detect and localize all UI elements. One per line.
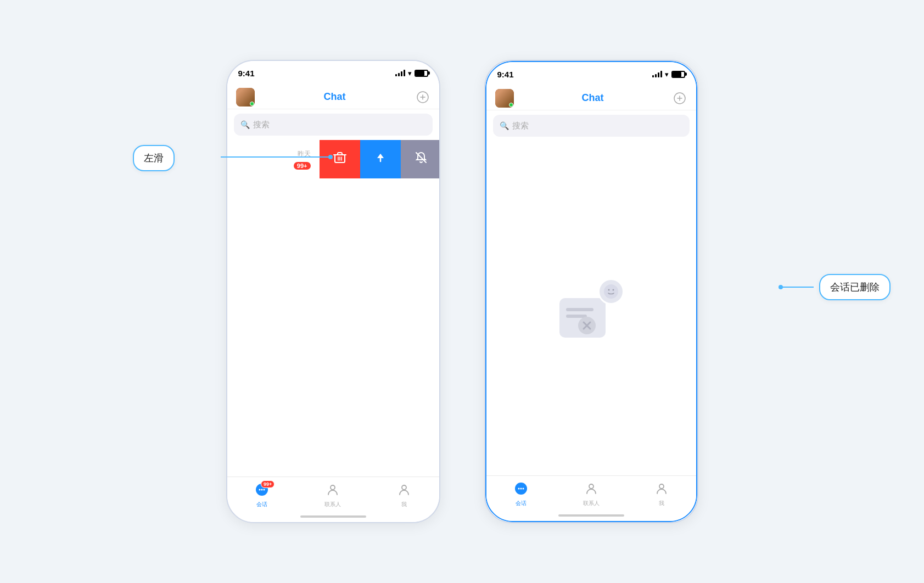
tab-chat-label-right: 会话 <box>516 500 527 507</box>
me-tab-icon-left <box>397 483 411 497</box>
top-nav-left: Chat <box>227 85 439 109</box>
phone-left-wrapper: 9:41 ▾ <box>226 60 440 523</box>
pin-top-icon <box>373 150 388 168</box>
chat-doc-icon <box>558 297 607 339</box>
me-tab-icon-right <box>654 481 669 496</box>
status-icons-right: ▾ <box>652 70 685 79</box>
svg-point-19 <box>518 488 519 490</box>
search-icon-right: 🔍 <box>500 121 509 130</box>
avatar-left[interactable] <box>236 88 255 106</box>
trash-icon <box>333 150 347 168</box>
home-indicator-left <box>300 515 366 518</box>
tab-me-icon-wrap-left <box>397 483 411 499</box>
status-bar-right: 9:41 ▾ <box>486 62 696 86</box>
deleted-icon-group <box>558 278 624 339</box>
online-dot-left <box>250 102 254 106</box>
tab-contacts-label-right: 联系人 <box>583 500 600 507</box>
chat-tab-icon-right <box>514 481 528 496</box>
avatar-right[interactable] <box>495 89 514 108</box>
chat-row-swiped: 昨天 99+ <box>227 140 439 178</box>
svg-point-3 <box>259 489 261 491</box>
tab-chat-left[interactable]: 99+ 会话 <box>255 483 269 508</box>
tab-contacts-right[interactable]: 联系人 <box>583 481 600 507</box>
svg-point-22 <box>589 484 593 489</box>
home-indicator-right <box>558 514 624 517</box>
deleted-callout-line <box>781 286 825 288</box>
tab-me-label-right: 我 <box>659 500 664 507</box>
svg-point-9 <box>328 155 333 159</box>
search-icon-left: 🔍 <box>240 120 250 129</box>
left-callout-line <box>221 156 341 158</box>
swipe-mute-btn[interactable] <box>401 140 439 178</box>
search-placeholder-right: 搜索 <box>512 121 529 131</box>
search-bar-right[interactable]: 🔍 搜索 <box>493 115 690 137</box>
tab-contacts-left[interactable]: 联系人 <box>324 483 341 508</box>
nav-title-left: Chat <box>324 91 346 103</box>
chat-info <box>227 159 294 160</box>
chat-badge: 99+ <box>294 162 311 170</box>
tab-chat-label-left: 会话 <box>256 501 267 508</box>
tab-chat-right[interactable]: 会话 <box>514 481 528 507</box>
tab-contacts-icon-wrap-right <box>584 481 598 498</box>
svg-point-16 <box>608 289 609 291</box>
svg-point-23 <box>659 484 664 489</box>
smiley-icon <box>598 278 624 305</box>
online-dot-right <box>509 103 513 107</box>
chat-list-item[interactable]: 昨天 99+ <box>227 140 320 178</box>
left-swipe-callout: 左滑 <box>133 145 175 171</box>
add-button-left[interactable] <box>415 89 430 105</box>
svg-point-21 <box>522 488 524 490</box>
svg-point-25 <box>779 285 783 289</box>
top-nav-right: Chat <box>486 86 696 110</box>
add-button-right[interactable] <box>672 91 687 106</box>
signal-icon-left <box>395 70 405 76</box>
search-bar-left[interactable]: 🔍 搜索 <box>234 114 433 136</box>
tab-me-left[interactable]: 我 <box>397 483 411 508</box>
contacts-tab-icon-left <box>326 483 340 497</box>
svg-point-4 <box>261 489 263 491</box>
status-time-left: 9:41 <box>238 69 255 78</box>
status-time-right: 9:41 <box>497 70 514 79</box>
tab-contacts-label-left: 联系人 <box>324 501 341 508</box>
battery-icon-right <box>671 71 685 78</box>
chat-meta: 昨天 99+ <box>294 149 311 170</box>
tab-chat-badge-left: 99+ <box>261 480 275 488</box>
scene: 9:41 ▾ <box>105 44 819 539</box>
battery-icon-left <box>415 70 428 77</box>
status-icons-left: ▾ <box>395 69 428 77</box>
svg-point-20 <box>520 488 522 490</box>
svg-point-15 <box>604 284 618 299</box>
status-bar-left: 9:41 ▾ <box>227 61 439 85</box>
phone-right: 9:41 ▾ <box>484 60 698 523</box>
swipe-actions <box>320 140 439 178</box>
tab-chat-icon-wrap-right <box>514 481 528 498</box>
deleted-callout: 会话已删除 <box>819 274 891 300</box>
swipe-delete-btn[interactable] <box>320 140 360 178</box>
svg-point-17 <box>612 289 614 291</box>
wifi-icon-left: ▾ <box>408 69 412 77</box>
svg-point-6 <box>331 485 335 490</box>
phone-right-wrapper: 9:41 ▾ <box>484 60 698 523</box>
chat-list-left: 昨天 99+ <box>227 140 439 178</box>
tab-me-icon-wrap-right <box>654 481 669 498</box>
search-placeholder-left: 搜索 <box>253 120 270 130</box>
svg-point-7 <box>402 485 406 490</box>
tab-me-right[interactable]: 我 <box>654 481 669 507</box>
tab-chat-icon-wrap-left: 99+ <box>255 483 269 499</box>
svg-point-5 <box>264 489 265 491</box>
wifi-icon-right: ▾ <box>665 70 669 79</box>
swipe-top-btn[interactable] <box>360 140 401 178</box>
nav-title-right: Chat <box>582 92 604 104</box>
svg-rect-12 <box>566 308 593 311</box>
signal-icon-right <box>652 71 662 77</box>
contacts-tab-icon-right <box>584 481 598 496</box>
bell-mute-icon <box>414 150 428 168</box>
tab-contacts-icon-wrap-left <box>326 483 340 499</box>
phone-left: 9:41 ▾ <box>226 60 440 523</box>
tab-me-label-left: 我 <box>401 501 407 508</box>
empty-state-right <box>486 141 696 487</box>
